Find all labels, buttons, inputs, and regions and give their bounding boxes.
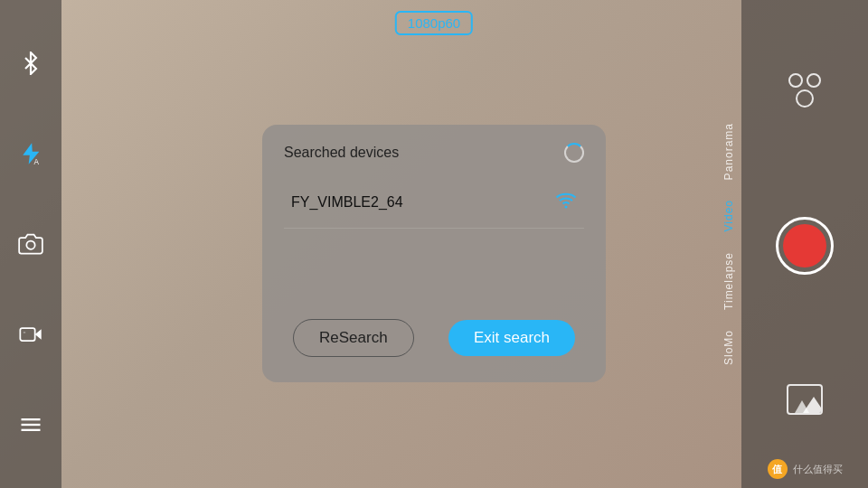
modal-title: Searched devices	[284, 145, 399, 161]
mode-label-slomo[interactable]: SloMo	[722, 324, 735, 371]
watermark-badge: 值	[768, 459, 788, 479]
record-button[interactable]	[776, 217, 834, 275]
device-name: FY_VIMBLE2_64	[291, 194, 403, 211]
device-list-item[interactable]: FY_VIMBLE2_64	[284, 177, 584, 229]
filter-icon[interactable]	[788, 73, 821, 108]
mountain-decoration	[788, 397, 821, 413]
device-search-modal: Searched devices FY_VIMBLE2_64 ReSearch …	[262, 125, 606, 382]
right-sidebar	[741, 0, 868, 488]
watermark: 值 什么值得买	[741, 459, 868, 479]
mode-label-panorama[interactable]: Panorama	[722, 117, 735, 185]
mode-label-timelapse[interactable]: Timelapse	[722, 247, 735, 315]
modal-header: Searched devices	[284, 143, 584, 163]
svg-point-8	[565, 205, 568, 208]
exit-search-button[interactable]: Exit search	[448, 320, 575, 356]
modal-buttons: ReSearch Exit search	[284, 319, 584, 357]
mode-labels: Panorama Video Timelapse SloMo	[716, 0, 741, 488]
circle-top-right	[807, 73, 821, 88]
record-indicator	[783, 224, 826, 267]
research-button[interactable]: ReSearch	[293, 319, 414, 357]
mode-label-video[interactable]: Video	[722, 194, 735, 237]
circle-bottom	[796, 89, 814, 108]
loading-spinner	[564, 143, 584, 163]
gallery-icon[interactable]	[787, 384, 823, 415]
watermark-text: 什么值得买	[793, 463, 843, 476]
wifi-icon	[555, 190, 577, 215]
circle-top-left	[788, 73, 803, 88]
modal-empty-area	[284, 229, 584, 301]
